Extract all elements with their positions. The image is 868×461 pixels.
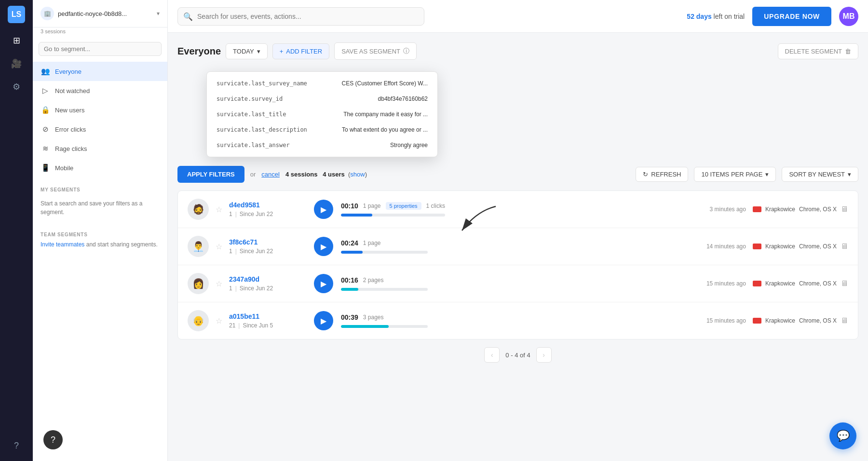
settings-icon[interactable]: ⚙ [7, 77, 26, 96]
sidebar-search-container [33, 38, 167, 60]
chat-bubble[interactable]: 💬 [829, 422, 856, 449]
session-location-3: Krapkowice Chrome, OS X 🖥 [753, 316, 848, 325]
add-filter-button[interactable]: + ADD FILTER [272, 43, 329, 59]
filter-value-1: db4bf34e76160b62 [378, 95, 428, 102]
help-icon[interactable]: ? [7, 436, 26, 455]
screen-icon-0[interactable]: 🖥 [841, 205, 848, 214]
delete-segment-button[interactable]: DELETE SEGMENT 🗑 [778, 43, 858, 59]
team-segments-section: Invite teammates and start sharing segme… [33, 240, 167, 249]
error-clicks-icon: ⊘ [41, 124, 50, 134]
sidebar-item-rage-clicks[interactable]: ≋ Rage clicks [33, 139, 167, 158]
sidebar-sessions: 3 sessions [33, 27, 167, 38]
sort-button[interactable]: SORT BY NEWEST ▾ [782, 167, 858, 182]
show-link[interactable]: show [350, 171, 365, 178]
sort-label: SORT BY NEWEST [789, 171, 845, 178]
help-bubble[interactable]: ? [43, 430, 63, 449]
session-username: d4ed9581 [229, 201, 306, 209]
filter-key-2: survicate.last_title [217, 111, 343, 118]
table-row[interactable]: 🧔 ☆ d4ed9581 1 | Since Jun 22 ▶ 00:10 [178, 191, 858, 228]
session-username: 2347a90d [229, 275, 306, 283]
duration-time-3: 00:39 [341, 313, 358, 321]
pages-info-1: 1 page [363, 240, 381, 246]
progress-bar-2 [341, 288, 428, 291]
filter-row-3[interactable]: survicate.last_description To what exten… [207, 122, 437, 137]
play-button[interactable]: ▶ [313, 310, 334, 331]
filter-dropdown: survicate.last_survey_name CES (Customer… [206, 71, 438, 157]
filter-value-3: To what extent do you agree or ... [342, 126, 428, 133]
session-meta: 1 | Since Jun 22 [229, 248, 306, 255]
star-button[interactable]: ☆ [216, 279, 222, 288]
star-button[interactable]: ☆ [216, 242, 222, 251]
date-chevron-icon: ▾ [257, 48, 260, 55]
sidebar-item-everyone[interactable]: 👥 Everyone [33, 62, 167, 81]
duration-top: 00:39 3 pages [341, 313, 428, 321]
save-segment-label: SAVE AS SEGMENT [341, 48, 400, 55]
star-button[interactable]: ☆ [216, 316, 222, 325]
progress-bar-1 [341, 251, 428, 254]
sidebar-item-error-clicks-label: Error clicks [55, 126, 86, 133]
table-row[interactable]: 👩 ☆ 2347a90d 1 | Since Jun 22 ▶ 00:16 [178, 265, 858, 302]
search-input[interactable] [177, 7, 424, 26]
upgrade-button[interactable]: UPGRADE NOW [752, 7, 831, 26]
sidebar-item-not-watched[interactable]: ▷ Not watched [33, 81, 167, 100]
session-user-info: 2347a90d 1 | Since Jun 22 [229, 275, 306, 292]
screen-icon-3[interactable]: 🖥 [841, 316, 848, 325]
sidebar-item-mobile[interactable]: 📱 Mobile [33, 158, 167, 177]
session-sessions-count-1: 1 [229, 248, 232, 255]
refresh-button[interactable]: ↻ REFRESH [636, 167, 688, 182]
sidebar-item-error-clicks[interactable]: ⊘ Error clicks [33, 120, 167, 139]
not-watched-icon: ▷ [41, 86, 50, 95]
apply-filters-button[interactable]: APPLY FILTERS [177, 166, 244, 183]
session-time-3: 15 minutes ago [688, 317, 746, 324]
avatar: 🧔 [188, 199, 209, 220]
session-user-info: a015be11 21 | Since Jun 5 [229, 312, 306, 329]
invite-teammates-link[interactable]: Invite teammates [41, 241, 84, 248]
segment-search-input[interactable] [39, 42, 162, 56]
session-duration-info: 00:16 2 pages [341, 276, 428, 291]
icon-bar: LS ⊞ 🎥 ⚙ ? [0, 0, 33, 461]
org-header[interactable]: 🏢 pedfantic-noyce-0b8d8... ▾ [33, 0, 167, 27]
date-filter-label: TODAY [233, 48, 254, 55]
table-row[interactable]: 👨‍💼 ☆ 3f8c6c71 1 | Since Jun 22 ▶ 00:24 [178, 228, 858, 265]
prev-page-button[interactable]: ‹ [484, 347, 500, 363]
per-page-button[interactable]: 10 ITEMS PER PAGE ▾ [694, 167, 776, 182]
filter-row-2[interactable]: survicate.last_title The company made it… [207, 107, 437, 122]
filter-row-0[interactable]: survicate.last_survey_name CES (Customer… [207, 76, 437, 91]
session-since-2: Since Jun 22 [240, 285, 273, 292]
filter-value-2: The company made it easy for ... [343, 111, 428, 118]
pagination-count: 0 - 4 of 4 [505, 352, 530, 359]
properties-badge-0[interactable]: 5 properties [386, 202, 421, 210]
play-button[interactable]: ▶ [313, 273, 334, 294]
pages-info-3: 3 pages [363, 314, 384, 321]
session-since-1: Since Jun 22 [240, 248, 273, 255]
filter-key-3: survicate.last_description [217, 126, 342, 133]
users-count-number: 4 users [323, 171, 345, 178]
date-filter-button[interactable]: TODAY ▾ [226, 43, 268, 59]
save-segment-button[interactable]: SAVE AS SEGMENT ⓘ [334, 42, 417, 60]
session-sessions-count-2: 1 [229, 285, 232, 292]
session-location-0: Krapkowice Chrome, OS X 🖥 [753, 205, 848, 214]
star-button[interactable]: ☆ [216, 205, 222, 214]
flag-icon-2 [753, 281, 761, 286]
cancel-link[interactable]: cancel [261, 171, 280, 178]
screen-icon-1[interactable]: 🖥 [841, 242, 848, 251]
filter-key-4: survicate.last_answer [217, 142, 390, 149]
table-row[interactable]: 👴 ☆ a015be11 21 | Since Jun 5 ▶ 00:39 [178, 302, 858, 339]
avatar: 👨‍💼 [188, 236, 209, 257]
screen-icon-2[interactable]: 🖥 [841, 279, 848, 288]
user-avatar[interactable]: MB [839, 7, 858, 26]
my-segments-empty-text: Start a search and save your filters as … [33, 195, 167, 224]
apps-icon[interactable]: ⊞ [7, 31, 26, 50]
sidebar-item-new-users[interactable]: 🔒 New users [33, 100, 167, 120]
next-page-button[interactable]: › [536, 347, 552, 363]
play-circle: ▶ [314, 237, 333, 256]
os-text-1: Chrome, OS X [799, 243, 837, 250]
play-button[interactable]: ▶ [313, 199, 334, 220]
filter-value-4: Strongly agree [390, 142, 428, 149]
filter-row-1[interactable]: survicate.survey_id db4bf34e76160b62 [207, 91, 437, 107]
duration-top: 00:24 1 page [341, 239, 428, 247]
session-location-1: Krapkowice Chrome, OS X 🖥 [753, 242, 848, 251]
filter-row-4[interactable]: survicate.last_answer Strongly agree [207, 137, 437, 153]
video-icon[interactable]: 🎥 [7, 54, 26, 73]
play-button[interactable]: ▶ [313, 236, 334, 257]
